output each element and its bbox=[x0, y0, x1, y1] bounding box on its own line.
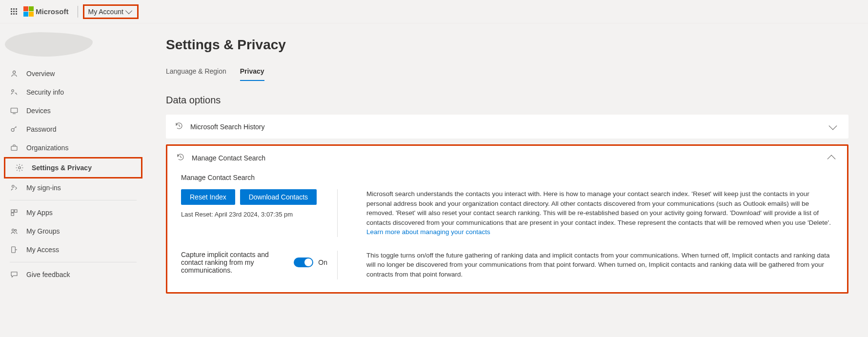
sidebar-item-mygroups[interactable]: My Groups bbox=[0, 222, 146, 240]
panel-search-history-header[interactable]: Microsoft Search History bbox=[166, 115, 848, 139]
sidebar-item-label: Devices bbox=[26, 107, 51, 115]
top-header: Microsoft My Account bbox=[0, 0, 868, 23]
groups-icon bbox=[10, 227, 19, 236]
svg-rect-9 bbox=[11, 213, 14, 216]
panel-contact-search: Manage Contact Search Manage Contact Sea… bbox=[166, 144, 848, 294]
chevron-down-icon bbox=[125, 7, 132, 14]
sidebar-item-label: Give feedback bbox=[26, 271, 70, 278]
chevron-down-icon bbox=[829, 121, 837, 130]
brand-text: Microsoft bbox=[36, 7, 69, 16]
header-divider bbox=[78, 6, 78, 18]
account-dropdown[interactable]: My Account bbox=[83, 4, 139, 19]
learn-more-link[interactable]: Learn more about managing your contacts bbox=[366, 228, 490, 236]
svg-point-5 bbox=[19, 167, 21, 169]
sidebar-item-myapps[interactable]: My Apps bbox=[0, 203, 146, 222]
sidebar: Overview Security info Devices Password … bbox=[0, 23, 146, 319]
panel-title: Manage Contact Search bbox=[192, 154, 822, 162]
page-title: Settings & Privacy bbox=[166, 37, 848, 53]
feedback-icon bbox=[10, 270, 19, 279]
toggle-description: This toggle turns on/off the future gath… bbox=[347, 251, 833, 279]
sidebar-item-label: Password bbox=[26, 125, 56, 133]
sidebar-item-organizations[interactable]: Organizations bbox=[0, 139, 146, 157]
svg-rect-4 bbox=[11, 146, 17, 150]
svg-point-11 bbox=[15, 230, 17, 232]
sidebar-item-devices[interactable]: Devices bbox=[0, 101, 146, 120]
sidebar-item-label: Settings & Privacy bbox=[32, 164, 92, 172]
briefcase-icon bbox=[10, 143, 19, 152]
column-divider bbox=[337, 251, 338, 279]
key-icon bbox=[10, 125, 19, 134]
section-heading: Data options bbox=[166, 95, 848, 106]
waffle-icon bbox=[11, 8, 17, 15]
panel-title: Microsoft Search History bbox=[190, 123, 823, 131]
svg-rect-8 bbox=[15, 210, 17, 212]
sidebar-divider bbox=[10, 200, 137, 200]
panel-body: Manage Contact Search Reset Index Downlo… bbox=[167, 170, 847, 292]
column-divider bbox=[337, 189, 338, 237]
sidebar-item-overview[interactable]: Overview bbox=[0, 64, 146, 83]
sidebar-item-label: Security info bbox=[26, 88, 64, 96]
user-avatar bbox=[5, 32, 93, 57]
app-launcher-button[interactable] bbox=[4, 2, 23, 21]
tabs: Language & Region Privacy bbox=[166, 64, 848, 81]
subtitle: Manage Contact Search bbox=[181, 174, 833, 181]
account-dropdown-label: My Account bbox=[88, 8, 123, 16]
svg-rect-12 bbox=[12, 247, 16, 253]
panel-contact-search-header[interactable]: Manage Contact Search bbox=[167, 146, 847, 170]
svg-point-3 bbox=[11, 129, 14, 132]
chevron-up-icon bbox=[828, 155, 836, 163]
tab-privacy[interactable]: Privacy bbox=[240, 64, 264, 81]
sidebar-item-myaccess[interactable]: My Access bbox=[0, 240, 146, 259]
signin-icon bbox=[10, 183, 19, 192]
toggle-state-text: On bbox=[318, 258, 327, 266]
svg-point-0 bbox=[13, 71, 15, 73]
history-icon bbox=[175, 121, 183, 132]
svg-point-10 bbox=[12, 229, 15, 232]
device-icon bbox=[10, 106, 19, 115]
microsoft-logo: Microsoft bbox=[23, 6, 69, 17]
apps-icon bbox=[10, 208, 19, 217]
sidebar-item-label: Organizations bbox=[26, 144, 68, 152]
gear-icon bbox=[15, 163, 24, 172]
person-icon bbox=[10, 69, 19, 78]
sidebar-item-password[interactable]: Password bbox=[0, 120, 146, 139]
sidebar-item-label: My Groups bbox=[26, 227, 60, 235]
sidebar-divider bbox=[10, 262, 137, 262]
download-contacts-button[interactable]: Download Contacts bbox=[240, 189, 317, 205]
key-person-icon bbox=[10, 88, 19, 97]
sidebar-item-label: My Access bbox=[26, 246, 59, 254]
sidebar-item-label: My Apps bbox=[26, 209, 53, 217]
sidebar-item-feedback[interactable]: Give feedback bbox=[0, 265, 146, 284]
reset-index-button[interactable]: Reset Index bbox=[181, 189, 235, 205]
capture-contacts-toggle[interactable] bbox=[294, 258, 313, 267]
last-reset-text: Last Reset: April 23rd 2024, 3:07:35 pm bbox=[181, 211, 327, 218]
toggle-label: Capture implicit contacts and contact ra… bbox=[181, 251, 286, 274]
sidebar-item-label: My sign-ins bbox=[26, 184, 61, 192]
tab-language-region[interactable]: Language & Region bbox=[166, 64, 226, 81]
main-content: Settings & Privacy Language & Region Pri… bbox=[146, 23, 868, 319]
microsoft-squares-icon bbox=[23, 6, 34, 17]
panel-search-history: Microsoft Search History bbox=[166, 115, 848, 139]
sidebar-item-signins[interactable]: My sign-ins bbox=[0, 178, 146, 197]
history-icon bbox=[176, 153, 185, 163]
svg-point-1 bbox=[12, 90, 14, 92]
sidebar-item-label: Overview bbox=[26, 70, 55, 78]
description-text: Microsoft search understands the contact… bbox=[366, 190, 831, 226]
svg-rect-7 bbox=[11, 210, 14, 212]
svg-point-6 bbox=[12, 185, 15, 188]
sidebar-item-security[interactable]: Security info bbox=[0, 83, 146, 101]
sidebar-item-settings-privacy[interactable]: Settings & Privacy bbox=[4, 157, 142, 178]
access-icon bbox=[10, 245, 19, 254]
svg-rect-2 bbox=[11, 108, 18, 113]
